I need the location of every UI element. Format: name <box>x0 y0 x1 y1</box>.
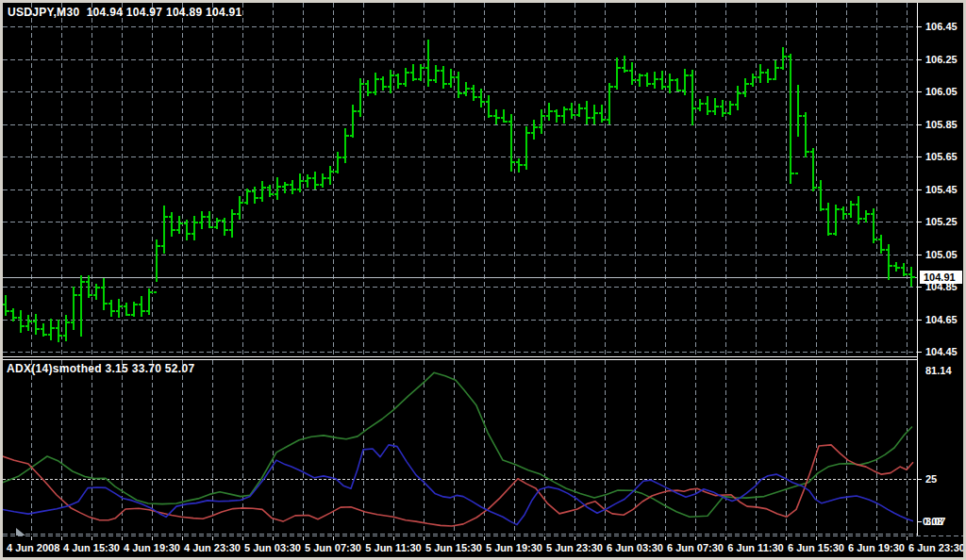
trading-chart-window: USDJPY,M30 104.94 104.97 104.89 104.91 A… <box>0 0 966 560</box>
time-axis-tick <box>393 536 394 540</box>
time-axis-label: 6 Jun 19:30 <box>848 542 905 553</box>
axis-tick <box>917 352 922 353</box>
price-axis-label: 105.45 <box>925 184 958 195</box>
time-axis-tick <box>333 536 334 540</box>
axis-tick <box>917 59 922 60</box>
indicator-pane[interactable]: ADX(14)smothed 3.15 33.70 52.07 <box>3 360 917 535</box>
time-axis-tick <box>212 536 213 540</box>
price-axis-label: 106.05 <box>925 86 958 97</box>
time-axis-tick <box>665 536 666 540</box>
axis-tick <box>917 156 922 157</box>
time-axis[interactable]: 4 Jun 20084 Jun 15:304 Jun 19:304 Jun 23… <box>3 535 963 557</box>
price-chart-pane[interactable]: USDJPY,M30 104.94 104.97 104.89 104.91 <box>3 3 917 356</box>
time-axis-label: 6 Jun 15:30 <box>788 542 844 553</box>
price-axis-label: 105.25 <box>925 216 958 227</box>
axis-tick <box>917 479 922 480</box>
time-axis-tick <box>514 536 515 540</box>
time-axis-label: 4 Jun 19:30 <box>124 542 180 553</box>
time-axis-tick <box>725 536 726 540</box>
time-axis-tick <box>424 536 425 540</box>
time-axis-label: 5 Jun 15:30 <box>425 542 482 553</box>
time-axis-label: 6 Jun 07:30 <box>667 542 724 553</box>
price-axis-label: 105.65 <box>925 151 958 162</box>
time-axis-tick <box>695 536 696 540</box>
price-chart-canvas[interactable] <box>3 3 917 356</box>
indicator-axis-level-label: 25 <box>925 473 937 485</box>
di-line-red <box>3 445 913 526</box>
time-axis-tick <box>242 536 243 540</box>
ohlc-bars <box>3 40 915 342</box>
time-axis-tick <box>92 536 92 540</box>
time-axis-label: 6 Jun 03:30 <box>607 542 663 553</box>
axis-tick <box>917 287 922 288</box>
time-axis-label: 6 Jun 11:30 <box>727 542 783 553</box>
last-price-badge: 104.91 <box>920 271 962 284</box>
indicator-label: ADX(14)smothed 3.15 33.70 52.07 <box>7 362 194 375</box>
time-axis-date-label: 4 Jun 2008 <box>7 542 59 553</box>
chart-title: USDJPY,M30 104.94 104.97 104.89 104.91 <box>8 6 242 19</box>
time-axis-tick <box>635 536 636 540</box>
indicator-canvas[interactable] <box>3 360 917 535</box>
time-axis-tick <box>61 536 62 540</box>
time-axis-tick <box>816 536 817 540</box>
pane-separator-bottom[interactable] <box>3 359 963 360</box>
time-axis-tick <box>907 536 908 540</box>
price-axis-label: 105.05 <box>925 249 958 260</box>
time-axis-label: 5 Jun 03:30 <box>244 542 301 553</box>
time-axis-tick <box>484 536 485 540</box>
time-axis-label: 5 Jun 07:30 <box>305 542 361 553</box>
time-axis-tick <box>182 536 183 540</box>
axis-tick <box>917 26 922 27</box>
time-axis-tick <box>786 536 787 540</box>
axis-tick <box>917 189 922 190</box>
time-axis-label: 5 Jun 23:30 <box>546 542 603 553</box>
time-axis-tick <box>363 536 364 540</box>
time-axis-label: 4 Jun 15:30 <box>63 542 120 553</box>
time-axis-label: 5 Jun 19:30 <box>486 542 542 553</box>
price-axis-label: 104.45 <box>925 346 958 357</box>
price-axis-border <box>917 3 918 535</box>
price-axis-label: 106.45 <box>925 21 958 32</box>
time-axis-tick <box>575 536 575 540</box>
time-axis-tick <box>846 536 847 540</box>
time-axis-label: 5 Jun 11:30 <box>365 542 421 553</box>
time-axis-label: 4 Jun 23:30 <box>184 542 241 553</box>
time-axis-tick <box>454 536 455 540</box>
axis-tick <box>917 91 922 92</box>
time-axis-border <box>3 535 963 536</box>
pane-separator-top[interactable] <box>3 356 963 357</box>
price-axis[interactable]: 106.45106.25106.05105.85105.65105.45105.… <box>917 3 963 535</box>
time-axis-tick <box>122 536 123 540</box>
axis-tick <box>917 521 922 522</box>
price-axis-label: 106.25 <box>925 54 958 65</box>
time-axis-tick <box>152 536 153 540</box>
indicator-axis-top-label: 81.14 <box>925 365 952 376</box>
axis-tick <box>917 255 922 255</box>
axis-tick <box>917 124 922 125</box>
time-axis-tick <box>605 536 606 540</box>
price-axis-label: 105.85 <box>925 119 958 130</box>
chart-shift-marker-icon[interactable] <box>16 528 25 535</box>
time-axis-tick <box>303 536 304 540</box>
axis-tick <box>917 320 922 321</box>
time-axis-tick <box>876 536 877 540</box>
time-axis-tick <box>756 536 757 540</box>
indicator-axis-bottom-label: 3.07 <box>925 516 945 527</box>
axis-tick <box>917 222 922 222</box>
time-axis-label: 6 Jun 23:30 <box>908 542 965 553</box>
time-axis-tick <box>544 536 545 540</box>
time-axis-tick <box>31 536 32 540</box>
time-axis-tick <box>273 536 274 540</box>
price-axis-label: 104.65 <box>925 314 958 325</box>
